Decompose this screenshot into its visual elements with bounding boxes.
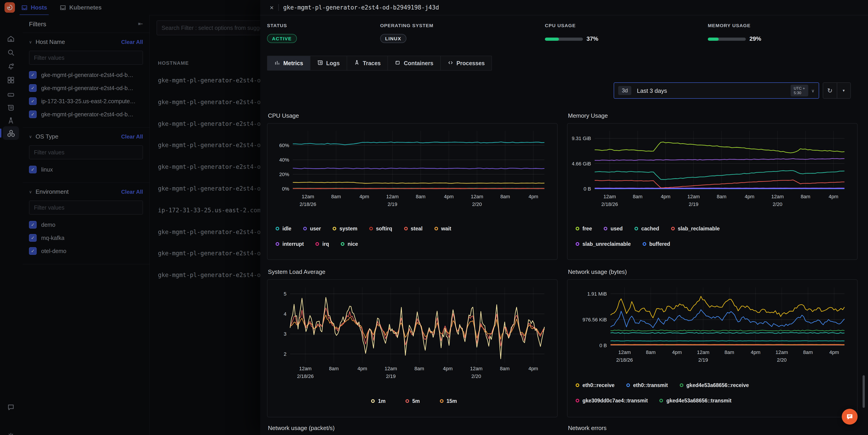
filter-section-toggle[interactable]: ∨Environment [29, 188, 68, 195]
refresh-button[interactable]: ↻ [823, 83, 837, 98]
drawer-tab-logs[interactable]: Logs [310, 56, 347, 70]
traces-compass-icon[interactable] [3, 114, 19, 128]
checkbox-checked[interactable]: ✓ [29, 234, 37, 242]
tab-hosts[interactable]: Hosts [15, 0, 53, 15]
chart-card[interactable]: 0 B4.66 GiB9.31 GiB12am2/18/268am4pm12am… [567, 123, 858, 260]
legend-item-5m[interactable]: 5m [405, 398, 420, 404]
chart-card[interactable]: 0 B976.56 KiB1.91 MiB12am2/18/268am4pm12… [567, 279, 858, 417]
checkbox-checked[interactable]: ✓ [29, 71, 37, 79]
filter-values-input[interactable] [29, 145, 143, 159]
legend-item-gke309dd0c7ae4-transmit[interactable]: gke309dd0c7ae4::transmit [576, 398, 648, 403]
svg-text:12am: 12am [771, 194, 784, 199]
legend-item-gked4e53a68656-receive[interactable]: gked4e53a68656::receive [680, 382, 749, 388]
sidebar-nav [0, 15, 23, 435]
timezone-badge[interactable]: UTC +5:30 [790, 85, 808, 97]
refresh-options-button[interactable]: ▾ [837, 83, 850, 98]
close-icon[interactable]: × [270, 4, 274, 11]
chart-plot[interactable]: 0%20%40%60%12am2/18/268am4pm12am2/198am4… [272, 126, 553, 215]
signoz-logo-icon[interactable] [4, 2, 15, 13]
legend-item-cached[interactable]: cached [634, 226, 659, 231]
chart-plot[interactable]: 0 B4.66 GiB9.31 GiB12am2/18/268am4pm12am… [572, 126, 852, 215]
checkbox-checked[interactable]: ✓ [29, 221, 37, 228]
legend-label: interrupt [282, 241, 304, 247]
infrastructure-cubes-icon[interactable] [3, 126, 19, 140]
clear-all-link[interactable]: Clear All [121, 133, 143, 139]
logs-scroll-icon[interactable] [3, 101, 19, 115]
checkbox-checked[interactable]: ✓ [29, 97, 37, 105]
legend-label: buffered [649, 241, 670, 247]
scrollbar-thumb[interactable] [863, 375, 865, 408]
home-icon[interactable] [3, 32, 19, 46]
filter-option[interactable]: ✓demo [29, 218, 143, 231]
svg-text:8am: 8am [717, 194, 726, 199]
legend-label: softirq [376, 226, 392, 231]
filter-option[interactable]: ✓otel-demo [29, 244, 143, 257]
chart-card[interactable]: 0%20%40%60%12am2/18/268am4pm12am2/198am4… [267, 123, 558, 260]
memory-progress-fill [708, 38, 719, 41]
chart-card[interactable]: 234512am2/18/268am4pm12am2/198am4pm12am2… [267, 279, 558, 417]
drawer-tab-metrics[interactable]: Metrics [268, 56, 310, 70]
legend-item-wait[interactable]: wait [434, 226, 452, 231]
svg-text:2/19: 2/19 [388, 201, 397, 207]
memory-progress-bar [708, 38, 746, 41]
legend-item-used[interactable]: used [604, 226, 623, 231]
collapse-panel-icon[interactable]: ⇤ [138, 20, 143, 27]
legend-item-system[interactable]: system [333, 226, 357, 231]
settings-gear-icon[interactable] [3, 429, 19, 435]
legend-item-1m[interactable]: 1m [371, 398, 385, 404]
legend-item-user[interactable]: user [303, 226, 321, 231]
filter-values-input[interactable] [29, 200, 143, 215]
filter-section-toggle[interactable]: ∨Host Name [29, 38, 65, 45]
tab-kubernetes[interactable]: Kubernetes [53, 0, 108, 15]
refresh-button-group: ↻ ▾ [823, 82, 851, 99]
time-range-selector[interactable]: 3d Last 3 days UTC +5:30 ∨ [614, 82, 819, 99]
legend-item-nice[interactable]: nice [341, 241, 358, 247]
clear-all-link[interactable]: Clear All [121, 189, 143, 195]
checkbox-checked[interactable]: ✓ [29, 111, 37, 118]
checkbox-checked[interactable]: ✓ [29, 247, 37, 255]
messages-chat-icon[interactable] [3, 401, 19, 414]
svg-text:12am: 12am [697, 349, 709, 355]
chart-plot[interactable]: 234512am2/18/268am4pm12am2/198am4pm12am2… [272, 282, 553, 382]
legend-item-irq[interactable]: irq [316, 241, 329, 247]
svg-text:2: 2 [284, 351, 286, 357]
filter-values-input[interactable] [29, 51, 143, 65]
legend-item-interrupt[interactable]: interrupt [276, 241, 304, 247]
legend-item-idle[interactable]: idle [276, 226, 291, 231]
legend-item-gked4e53a68656-transmit[interactable]: gked4e53a68656::transmit [660, 398, 732, 403]
chart-legend-row: freeusedcachedslab_reclaimable [576, 226, 852, 231]
legend-item-steal[interactable]: steal [404, 226, 423, 231]
svg-text:4pm: 4pm [529, 194, 538, 199]
legend-ring-icon [576, 399, 579, 402]
dashboards-grid-icon[interactable] [3, 73, 19, 87]
drawer-tab-processes[interactable]: Processes [440, 56, 492, 70]
search-icon[interactable] [3, 46, 19, 59]
filter-option[interactable]: ✓gke-mgmt-pl-generator-e2st4-od-b2949198… [29, 108, 143, 121]
filter-option[interactable]: ✓ip-172-31-33-25.us-east-2.compute.inter… [29, 95, 143, 108]
checkbox-checked[interactable]: ✓ [29, 166, 37, 174]
services-server-icon[interactable] [3, 88, 19, 101]
filter-option[interactable]: ✓gke-mgmt-pl-generator-e2st4-od-b2949198… [29, 68, 143, 82]
filter-option[interactable]: ✓linux [29, 163, 143, 176]
filter-section-toggle[interactable]: ∨OS Type [29, 133, 58, 140]
clear-all-link[interactable]: Clear All [121, 39, 143, 45]
legend-item-softirq[interactable]: softirq [369, 226, 392, 231]
legend-item-15m[interactable]: 15m [440, 398, 457, 404]
chat-fab-button[interactable] [842, 409, 858, 425]
legend-item-eth0-receive[interactable]: eth0::receive [576, 382, 615, 388]
chart-plot[interactable]: 0 B976.56 KiB1.91 MiB12am2/18/268am4pm12… [572, 282, 852, 371]
checkbox-checked[interactable]: ✓ [29, 84, 37, 92]
legend-item-free[interactable]: free [576, 226, 592, 231]
legend-item-eth0-transmit[interactable]: eth0::transmit [626, 382, 668, 388]
legend-item-slab-unreclaimable[interactable]: slab_unreclaimable [576, 241, 631, 247]
legend-ring-icon [369, 227, 373, 230]
drawer-tab-containers[interactable]: Containers [388, 56, 441, 70]
filter-option[interactable]: ✓gke-mgmt-pl-generator-e2st4-od-b2949198… [29, 82, 143, 95]
alerts-bell-icon[interactable] [3, 59, 19, 73]
legend-ring-icon [660, 399, 663, 402]
hostname-column-header: HOSTNAME [158, 60, 189, 66]
filter-option[interactable]: ✓mq-kafka [29, 231, 143, 244]
legend-item-slab-reclaimable[interactable]: slab_reclaimable [671, 226, 719, 231]
legend-item-buffered[interactable]: buffered [643, 241, 670, 247]
drawer-tab-traces[interactable]: Traces [347, 56, 388, 70]
